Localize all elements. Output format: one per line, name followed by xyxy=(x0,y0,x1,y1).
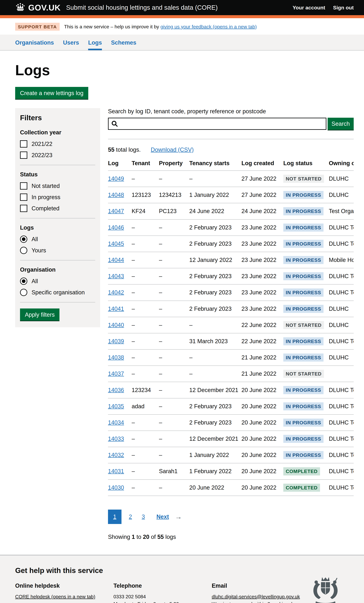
log-link-14030[interactable]: 14030 xyxy=(108,484,124,491)
log-created-cell: 27 June 2022 xyxy=(241,171,283,187)
log-link-14041[interactable]: 14041 xyxy=(108,306,124,312)
checkbox-completed[interactable] xyxy=(20,205,27,212)
tenancy-starts-cell: 2 February 2023 xyxy=(189,220,241,236)
log-link-14034[interactable]: 14034 xyxy=(108,419,124,426)
filter-option-2022-23[interactable]: 2022/23 xyxy=(20,151,95,159)
status-badge: IN PROGRESS xyxy=(283,451,324,459)
govuk-footer: Get help with this service Online helpde… xyxy=(0,555,364,603)
checkbox-not-started[interactable] xyxy=(20,182,27,190)
property-cell: PC123 xyxy=(159,203,189,219)
log-link-14036[interactable]: 14036 xyxy=(108,387,124,393)
log-link-14040[interactable]: 14040 xyxy=(108,322,124,328)
log-created-cell: 20 June 2022 xyxy=(241,382,283,398)
log-link-14044[interactable]: 14044 xyxy=(108,257,124,263)
owning-organisation-cell: DLUHC Test xyxy=(329,284,354,301)
checkbox-2021-22[interactable] xyxy=(20,140,27,148)
tenancy-starts-cell: 12 December 2021 xyxy=(189,382,241,398)
table-row: 14040–––22 June 2022NOT STARTEDDLUHC xyxy=(108,317,354,333)
filter-option-in-progress[interactable]: In progress xyxy=(20,194,95,201)
log-link-14046[interactable]: 14046 xyxy=(108,224,124,231)
email-link[interactable]: dluhc.digital-services@levellingup.gov.u… xyxy=(212,594,300,599)
filter-option-specific-organisation[interactable]: Specific organisation xyxy=(20,289,95,296)
property-cell: – xyxy=(159,447,189,463)
log-link-14032[interactable]: 14032 xyxy=(108,452,124,458)
pagination-page-2[interactable]: 2 xyxy=(126,510,134,524)
tenancy-starts-cell: 1 January 2022 xyxy=(189,187,241,203)
logs-table-wrap: LogTenantPropertyTenancy startsLog creat… xyxy=(108,156,354,496)
nav-item-organisations[interactable]: Organisations xyxy=(15,35,54,50)
results-summary: 55 total logs. Download (CSV) xyxy=(108,147,354,153)
log-created-cell: 22 June 2022 xyxy=(241,317,283,333)
tenant-cell: – xyxy=(132,349,159,366)
filter-divider xyxy=(20,260,95,260)
tenancy-starts-cell: 2 February 2023 xyxy=(189,415,241,431)
header-account-links: Your account Sign out xyxy=(293,5,354,11)
log-link-14043[interactable]: 14043 xyxy=(108,273,124,279)
nav-item-users[interactable]: Users xyxy=(63,35,79,50)
filter-option-2021-22[interactable]: 2021/22 xyxy=(20,140,95,148)
tenant-cell: – xyxy=(132,480,159,496)
footer-heading: Get help with this service xyxy=(15,566,354,575)
filter-option-yours[interactable]: Yours xyxy=(20,247,95,254)
feedback-link[interactable]: giving us your feedback (opens in a new … xyxy=(161,24,257,29)
log-link-14042[interactable]: 14042 xyxy=(108,289,124,296)
royal-coat-of-arms xyxy=(308,602,342,603)
owning-organisation-cell: DLUHC xyxy=(329,187,354,203)
pagination-next-link[interactable]: Next xyxy=(154,510,171,524)
showing-suffix: logs xyxy=(165,534,176,540)
log-link-14039[interactable]: 14039 xyxy=(108,338,124,344)
core-helpdesk-link[interactable]: CORE helpdesk (opens in a new tab) xyxy=(15,594,95,599)
filter-option-completed[interactable]: Completed xyxy=(20,205,95,212)
log-link-14031[interactable]: 14031 xyxy=(108,468,124,474)
log-link-14037[interactable]: 14037 xyxy=(108,371,124,377)
pagination-page-3[interactable]: 3 xyxy=(139,510,147,524)
sign-out-link[interactable]: Sign out xyxy=(333,5,354,11)
filter-option-all[interactable]: All xyxy=(20,235,95,243)
log-link-14045[interactable]: 14045 xyxy=(108,241,124,247)
log-status-cell: IN PROGRESS xyxy=(283,268,329,284)
status-badge: IN PROGRESS xyxy=(283,289,324,297)
status-badge: COMPLETED xyxy=(283,467,320,475)
log-link-14038[interactable]: 14038 xyxy=(108,354,124,361)
nav-item-logs[interactable]: Logs xyxy=(88,35,102,50)
radio-specific-organisation[interactable] xyxy=(20,289,27,296)
checkbox-2022-23[interactable] xyxy=(20,151,27,159)
filter-option-not-started[interactable]: Not started xyxy=(20,182,95,190)
radio-all[interactable] xyxy=(20,235,27,243)
filter-option-all[interactable]: All xyxy=(20,278,95,285)
search-button[interactable]: Search xyxy=(328,118,354,130)
service-name-link[interactable]: Submit social housing lettings and sales… xyxy=(66,4,218,11)
column-header-owning-organisation: Owning organisation xyxy=(329,156,354,171)
log-link-14048[interactable]: 14048 xyxy=(108,192,124,198)
create-lettings-log-button[interactable]: Create a new lettings log xyxy=(15,87,88,99)
tenant-cell: 123123 xyxy=(132,187,159,203)
tenant-cell: – xyxy=(132,252,159,268)
property-cell: – xyxy=(159,382,189,398)
property-cell: – xyxy=(159,301,189,317)
your-account-link[interactable]: Your account xyxy=(293,5,325,11)
log-created-cell: 24 June 2022 xyxy=(241,203,283,219)
checkbox-in-progress[interactable] xyxy=(20,194,27,201)
apply-filters-button[interactable]: Apply filters xyxy=(20,309,59,321)
log-link-14033[interactable]: 14033 xyxy=(108,436,124,442)
radio-all[interactable] xyxy=(20,278,27,285)
tenant-cell: – xyxy=(132,415,159,431)
showing-total: 55 xyxy=(157,534,164,540)
pagination-page-current[interactable]: 1 xyxy=(108,510,121,524)
log-link-14035[interactable]: 14035 xyxy=(108,403,124,409)
search-input[interactable] xyxy=(108,118,326,130)
radio-yours[interactable] xyxy=(20,247,27,254)
log-cell: 14033 xyxy=(108,431,132,447)
property-cell: – xyxy=(159,317,189,333)
table-row: 14044––12 January 202223 June 2022IN PRO… xyxy=(108,252,354,268)
property-cell: – xyxy=(159,349,189,366)
download-csv-link[interactable]: Download (CSV) xyxy=(151,147,194,153)
log-link-14049[interactable]: 14049 xyxy=(108,175,124,182)
tenant-cell: – xyxy=(132,333,159,349)
showing-to: 20 xyxy=(143,534,149,540)
online-helpdesk-heading: Online helpdesk xyxy=(15,582,107,589)
nav-item-schemes[interactable]: Schemes xyxy=(111,35,136,50)
property-cell: – xyxy=(159,431,189,447)
govuk-logo-link[interactable]: GOV.UK xyxy=(15,3,61,12)
log-link-14047[interactable]: 14047 xyxy=(108,208,124,214)
